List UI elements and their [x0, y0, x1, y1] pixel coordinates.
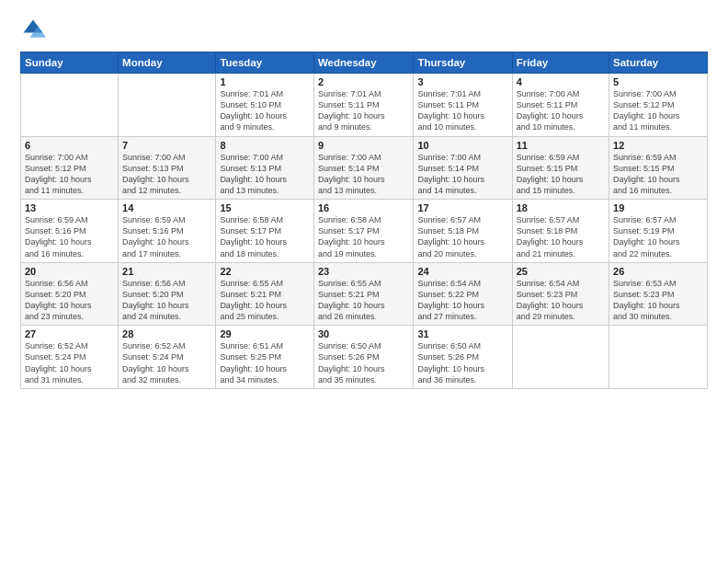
logo	[20, 17, 50, 42]
day-number: 24	[417, 266, 507, 277]
day-number: 6	[25, 140, 114, 151]
calendar-cell: 18Sunrise: 6:57 AM Sunset: 5:18 PM Dayli…	[512, 200, 609, 263]
calendar-cell: 4Sunrise: 7:00 AM Sunset: 5:11 PM Daylig…	[512, 74, 609, 137]
day-number: 20	[25, 266, 114, 277]
day-number: 10	[417, 140, 507, 151]
day-info: Sunrise: 6:57 AM Sunset: 5:18 PM Dayligh…	[417, 214, 507, 259]
weekday-header-saturday: Saturday	[609, 52, 708, 74]
calendar-cell: 14Sunrise: 6:59 AM Sunset: 5:16 PM Dayli…	[119, 200, 216, 263]
day-info: Sunrise: 6:55 AM Sunset: 5:21 PM Dayligh…	[220, 278, 310, 323]
day-number: 11	[517, 140, 605, 151]
calendar-week-row: 27Sunrise: 6:52 AM Sunset: 5:24 PM Dayli…	[21, 326, 708, 389]
day-info: Sunrise: 7:01 AM Sunset: 5:10 PM Dayligh…	[220, 88, 310, 133]
day-number: 7	[122, 140, 211, 151]
day-info: Sunrise: 7:00 AM Sunset: 5:13 PM Dayligh…	[122, 152, 211, 197]
calendar-cell: 30Sunrise: 6:50 AM Sunset: 5:26 PM Dayli…	[313, 326, 414, 389]
calendar-table: SundayMondayTuesdayWednesdayThursdayFrid…	[20, 52, 708, 389]
weekday-header-wednesday: Wednesday	[313, 52, 414, 74]
calendar-cell: 25Sunrise: 6:54 AM Sunset: 5:23 PM Dayli…	[512, 262, 609, 326]
calendar-cell: 17Sunrise: 6:57 AM Sunset: 5:18 PM Dayli…	[414, 200, 512, 263]
day-number: 13	[25, 202, 114, 213]
day-number: 28	[122, 328, 211, 339]
calendar-cell	[21, 74, 119, 137]
calendar-cell: 13Sunrise: 6:59 AM Sunset: 5:16 PM Dayli…	[21, 200, 119, 263]
day-number: 4	[517, 76, 605, 87]
header	[20, 17, 708, 42]
day-info: Sunrise: 6:56 AM Sunset: 5:20 PM Dayligh…	[25, 278, 114, 323]
calendar-cell	[609, 326, 708, 389]
calendar-week-row: 1Sunrise: 7:01 AM Sunset: 5:10 PM Daylig…	[21, 74, 708, 137]
calendar-cell: 2Sunrise: 7:01 AM Sunset: 5:11 PM Daylig…	[313, 74, 414, 137]
calendar-cell: 6Sunrise: 7:00 AM Sunset: 5:12 PM Daylig…	[21, 136, 119, 200]
day-number: 31	[417, 328, 507, 339]
day-info: Sunrise: 6:50 AM Sunset: 5:26 PM Dayligh…	[417, 340, 507, 385]
calendar-cell: 16Sunrise: 6:58 AM Sunset: 5:17 PM Dayli…	[313, 200, 414, 263]
calendar-cell: 3Sunrise: 7:01 AM Sunset: 5:11 PM Daylig…	[414, 74, 512, 137]
day-info: Sunrise: 6:57 AM Sunset: 5:19 PM Dayligh…	[613, 214, 703, 259]
calendar-week-row: 20Sunrise: 6:56 AM Sunset: 5:20 PM Dayli…	[21, 262, 708, 326]
day-number: 1	[220, 76, 310, 87]
weekday-header-tuesday: Tuesday	[216, 52, 314, 74]
weekday-header-friday: Friday	[512, 52, 609, 74]
weekday-header-monday: Monday	[119, 52, 216, 74]
day-info: Sunrise: 6:54 AM Sunset: 5:22 PM Dayligh…	[417, 278, 507, 323]
day-info: Sunrise: 6:58 AM Sunset: 5:17 PM Dayligh…	[220, 214, 310, 259]
calendar-cell: 22Sunrise: 6:55 AM Sunset: 5:21 PM Dayli…	[216, 262, 314, 326]
day-info: Sunrise: 6:52 AM Sunset: 5:24 PM Dayligh…	[25, 340, 114, 385]
weekday-header-thursday: Thursday	[414, 52, 512, 74]
day-info: Sunrise: 6:51 AM Sunset: 5:25 PM Dayligh…	[220, 340, 310, 385]
day-info: Sunrise: 6:57 AM Sunset: 5:18 PM Dayligh…	[517, 214, 605, 259]
weekday-header-row: SundayMondayTuesdayWednesdayThursdayFrid…	[21, 52, 708, 74]
day-info: Sunrise: 7:00 AM Sunset: 5:11 PM Dayligh…	[517, 88, 605, 133]
day-info: Sunrise: 6:58 AM Sunset: 5:17 PM Dayligh…	[318, 214, 410, 259]
calendar-cell	[512, 326, 609, 389]
day-info: Sunrise: 6:54 AM Sunset: 5:23 PM Dayligh…	[517, 278, 605, 323]
calendar-cell: 12Sunrise: 6:59 AM Sunset: 5:15 PM Dayli…	[609, 136, 708, 200]
calendar-cell: 11Sunrise: 6:59 AM Sunset: 5:15 PM Dayli…	[512, 136, 609, 200]
calendar-cell: 7Sunrise: 7:00 AM Sunset: 5:13 PM Daylig…	[119, 136, 216, 200]
day-info: Sunrise: 7:00 AM Sunset: 5:12 PM Dayligh…	[613, 88, 703, 133]
calendar-cell: 23Sunrise: 6:55 AM Sunset: 5:21 PM Dayli…	[313, 262, 414, 326]
day-number: 12	[613, 140, 703, 151]
day-info: Sunrise: 6:59 AM Sunset: 5:16 PM Dayligh…	[25, 214, 114, 259]
day-number: 18	[517, 202, 605, 213]
day-info: Sunrise: 6:59 AM Sunset: 5:16 PM Dayligh…	[122, 214, 211, 259]
day-number: 19	[613, 202, 703, 213]
weekday-header-sunday: Sunday	[21, 52, 119, 74]
day-info: Sunrise: 6:55 AM Sunset: 5:21 PM Dayligh…	[318, 278, 410, 323]
day-number: 5	[613, 76, 703, 87]
day-number: 14	[122, 202, 211, 213]
page: SundayMondayTuesdayWednesdayThursdayFrid…	[0, 0, 728, 563]
day-number: 23	[318, 266, 410, 277]
calendar-header: SundayMondayTuesdayWednesdayThursdayFrid…	[21, 52, 708, 74]
day-info: Sunrise: 7:01 AM Sunset: 5:11 PM Dayligh…	[417, 88, 507, 133]
calendar-cell	[119, 74, 216, 137]
day-number: 29	[220, 328, 310, 339]
day-number: 27	[25, 328, 114, 339]
day-number: 30	[318, 328, 410, 339]
day-number: 26	[613, 266, 703, 277]
calendar-cell: 26Sunrise: 6:53 AM Sunset: 5:23 PM Dayli…	[609, 262, 708, 326]
calendar-body: 1Sunrise: 7:01 AM Sunset: 5:10 PM Daylig…	[21, 74, 708, 389]
day-number: 3	[417, 76, 507, 87]
calendar-cell: 27Sunrise: 6:52 AM Sunset: 5:24 PM Dayli…	[21, 326, 119, 389]
day-info: Sunrise: 7:00 AM Sunset: 5:13 PM Dayligh…	[220, 152, 310, 197]
calendar-cell: 1Sunrise: 7:01 AM Sunset: 5:10 PM Daylig…	[216, 74, 314, 137]
day-info: Sunrise: 6:53 AM Sunset: 5:23 PM Dayligh…	[613, 278, 703, 323]
day-info: Sunrise: 6:50 AM Sunset: 5:26 PM Dayligh…	[318, 340, 410, 385]
calendar-cell: 5Sunrise: 7:00 AM Sunset: 5:12 PM Daylig…	[609, 74, 708, 137]
calendar-cell: 15Sunrise: 6:58 AM Sunset: 5:17 PM Dayli…	[216, 200, 314, 263]
calendar-cell: 8Sunrise: 7:00 AM Sunset: 5:13 PM Daylig…	[216, 136, 314, 200]
day-number: 17	[417, 202, 507, 213]
day-number: 21	[122, 266, 211, 277]
day-number: 8	[220, 140, 310, 151]
day-info: Sunrise: 7:00 AM Sunset: 5:12 PM Dayligh…	[25, 152, 114, 197]
day-info: Sunrise: 6:56 AM Sunset: 5:20 PM Dayligh…	[122, 278, 211, 323]
calendar-cell: 20Sunrise: 6:56 AM Sunset: 5:20 PM Dayli…	[21, 262, 119, 326]
day-info: Sunrise: 6:52 AM Sunset: 5:24 PM Dayligh…	[122, 340, 211, 385]
calendar-cell: 31Sunrise: 6:50 AM Sunset: 5:26 PM Dayli…	[414, 326, 512, 389]
calendar-cell: 24Sunrise: 6:54 AM Sunset: 5:22 PM Dayli…	[414, 262, 512, 326]
day-number: 15	[220, 202, 310, 213]
day-info: Sunrise: 7:01 AM Sunset: 5:11 PM Dayligh…	[318, 88, 410, 133]
calendar-cell: 9Sunrise: 7:00 AM Sunset: 5:14 PM Daylig…	[313, 136, 414, 200]
